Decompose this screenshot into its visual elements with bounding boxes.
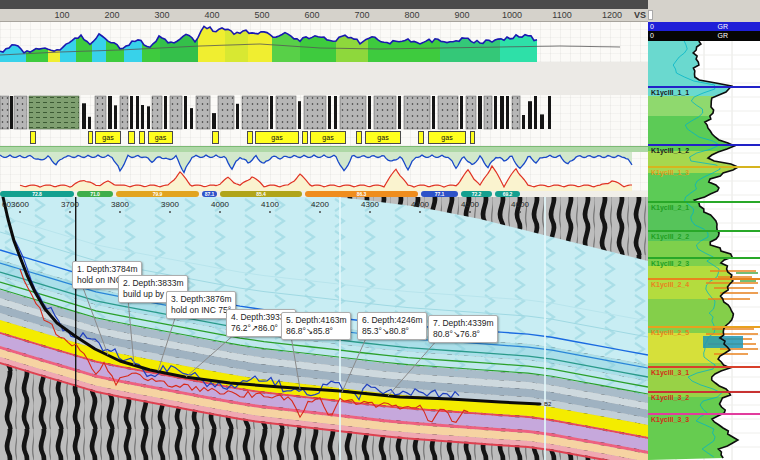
vs-ruler-tick: 1100 bbox=[552, 10, 571, 20]
annotation-title: 1. Depth:3784m bbox=[77, 264, 137, 275]
gr-track-header-blue[interactable]: 0 GR bbox=[648, 22, 760, 31]
formation-label: K1ycIII_2_2 bbox=[651, 233, 689, 240]
depth-ruler-edge-label: 00 bbox=[2, 200, 11, 209]
depth-tick-dot bbox=[369, 211, 371, 213]
log-curves-plot bbox=[0, 152, 648, 191]
gas-show-box-narrow bbox=[470, 131, 475, 144]
formation-label: K1ycIII_3_3 bbox=[651, 416, 689, 423]
gas-show-box-narrow bbox=[356, 131, 362, 144]
formation-top-line bbox=[648, 144, 760, 146]
formation-label: K1ycIII_2_3 bbox=[651, 260, 689, 267]
vs-distance-ruler[interactable]: 100200300400500600700800900100011001200V… bbox=[0, 9, 648, 22]
red-curve-fill bbox=[20, 166, 632, 191]
gas-show-box: gas bbox=[95, 131, 121, 144]
lithology-track[interactable] bbox=[0, 95, 648, 130]
formation-top-line bbox=[648, 278, 760, 280]
vertical-gr-panel[interactable]: 0 GR 0 GR K1ycIII_1_1K1ycIII_1_2K1ycIII_… bbox=[648, 0, 760, 460]
gas-show-box-narrow bbox=[247, 131, 253, 144]
trajectory-end-label: B2 bbox=[544, 401, 551, 407]
gas-show-box-narrow bbox=[30, 131, 36, 144]
formation-top-line bbox=[648, 413, 760, 415]
gas-show-box: gas bbox=[365, 131, 401, 144]
vs-ruler-unit-label: VS bbox=[634, 10, 646, 20]
depth-tick-dot bbox=[169, 211, 171, 213]
formation-label: K1ycIII_2_4 bbox=[651, 281, 689, 288]
formation-label: K1ycIII_1_2 bbox=[651, 147, 689, 154]
depth-ruler-label: 4500 bbox=[461, 200, 479, 209]
gr-curve-track[interactable] bbox=[0, 22, 648, 62]
formation-top-line bbox=[648, 166, 760, 168]
annotation-detail: 85.3°↘80.8° bbox=[362, 326, 422, 337]
annotation-detail: 80.8°↘76.8° bbox=[433, 329, 493, 340]
panel-ruler-header bbox=[648, 0, 760, 22]
log-curves-track[interactable] bbox=[0, 152, 648, 191]
gr-curve-name: GR bbox=[717, 22, 728, 31]
depth-ruler-label: 4300 bbox=[361, 200, 379, 209]
gr-log-display[interactable]: K1ycIII_1_1K1ycIII_1_2K1ycIII_1_3K1ycIII… bbox=[648, 41, 760, 460]
annotation-title: 3. Depth:3876m bbox=[171, 294, 231, 305]
formation-label: K1ycIII_1_3 bbox=[651, 169, 689, 176]
formation-label: K1ycIII_2_1 bbox=[651, 204, 689, 211]
vs-ruler-tick: 1200 bbox=[602, 10, 622, 20]
vs-ruler-tick: 100 bbox=[54, 10, 69, 20]
gas-show-track[interactable]: gasgasgasgasgasgas bbox=[0, 130, 648, 146]
annotation-callout[interactable]: 5. Depth:4163m86.8°↘85.8° bbox=[281, 312, 351, 340]
vs-ruler-tick: 500 bbox=[254, 10, 269, 20]
depth-tick-dot bbox=[519, 211, 521, 213]
annotation-callout[interactable]: 7. Depth:4339m80.8°↘76.8° bbox=[428, 315, 498, 343]
geosteering-app-window: 100200300400500600700800900100011001200V… bbox=[0, 0, 760, 460]
section-start-line bbox=[75, 197, 76, 460]
depth-ruler-label: 4600 bbox=[511, 200, 529, 209]
depth-ruler-label: 3700 bbox=[61, 200, 79, 209]
vs-ruler-tick: 200 bbox=[104, 10, 119, 20]
formation-label: K1ycIII_2_5 bbox=[651, 329, 689, 336]
depth-ruler-label: 3900 bbox=[161, 200, 179, 209]
depth-tick-dot bbox=[219, 211, 221, 213]
gas-show-box-narrow bbox=[212, 131, 219, 144]
annotation-detail: 86.8°↘85.8° bbox=[286, 326, 346, 337]
formation-top-line bbox=[648, 366, 760, 368]
vs-ruler-tick: 600 bbox=[304, 10, 319, 20]
depth-tick-dot bbox=[319, 211, 321, 213]
gas-show-box: gas bbox=[310, 131, 346, 144]
annotation-title: 2. Depth:3833m bbox=[123, 278, 183, 289]
formation-top-line bbox=[648, 326, 760, 328]
gas-show-box-narrow bbox=[302, 131, 308, 144]
formation-label: K1ycIII_3_2 bbox=[651, 394, 689, 401]
formation-top-line bbox=[648, 201, 760, 203]
depth-ruler-label: 4400 bbox=[411, 200, 429, 209]
vs-ruler-tick: 300 bbox=[154, 10, 169, 20]
formation-top-line bbox=[648, 86, 760, 88]
formation-top-line bbox=[648, 230, 760, 232]
top-border-bar bbox=[0, 0, 648, 9]
cross-section-view[interactable]: 0036003700380039004000410042004300440045… bbox=[0, 197, 648, 460]
gas-show-box-narrow bbox=[418, 131, 424, 144]
formation-top-line bbox=[648, 391, 760, 393]
gas-show-box: gas bbox=[255, 131, 299, 144]
section-gridline bbox=[544, 197, 546, 460]
gr-curve-name: GR bbox=[717, 31, 728, 41]
gr-curve-plot bbox=[0, 22, 648, 62]
annotation-title: 7. Depth:4339m bbox=[433, 318, 493, 329]
formation-top-line bbox=[648, 257, 760, 259]
depth-ruler-label: 4200 bbox=[311, 200, 329, 209]
annotation-title: 6. Depth:4246m bbox=[362, 315, 422, 326]
annotation-detail: hold on INC 75° bbox=[171, 305, 231, 316]
panel-corner-chip bbox=[648, 10, 653, 20]
depth-tick-dot bbox=[119, 211, 121, 213]
depth-tick-dot bbox=[419, 211, 421, 213]
depth-ruler-label: 3800 bbox=[111, 200, 129, 209]
depth-ruler-label: 3600 bbox=[11, 200, 29, 209]
gas-show-box: gas bbox=[428, 131, 466, 144]
vs-ruler-tick: 400 bbox=[204, 10, 219, 20]
gas-show-box-narrow bbox=[128, 131, 135, 144]
vs-ruler-tick: 700 bbox=[354, 10, 369, 20]
depth-tick-dot bbox=[269, 211, 271, 213]
formation-label: K1ycIII_3_1 bbox=[651, 369, 689, 376]
annotation-callout[interactable]: 6. Depth:4246m85.3°↘80.8° bbox=[357, 312, 427, 340]
formation-label: K1ycIII_1_1 bbox=[651, 89, 689, 96]
vs-ruler-tick: 1000 bbox=[502, 10, 522, 20]
gr-track-header-black[interactable]: 0 GR bbox=[648, 31, 760, 41]
gas-show-box-narrow bbox=[88, 131, 93, 144]
depth-tick-dot bbox=[469, 211, 471, 213]
